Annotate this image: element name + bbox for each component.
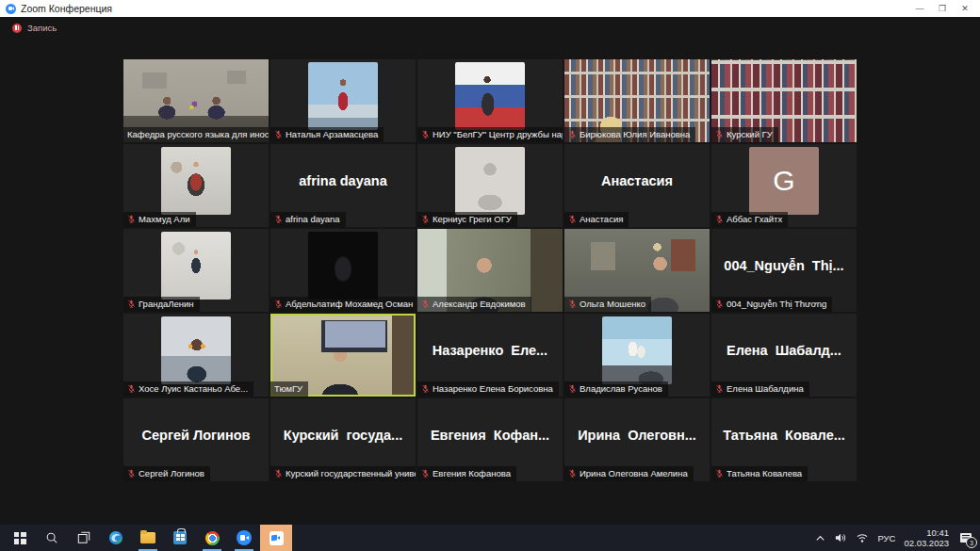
participant-name-text: Евгения Кофанова xyxy=(433,468,511,478)
task-view-icon xyxy=(77,531,90,544)
participant-name-label: НИУ "БелГУ" Центр дружбы нар... xyxy=(417,127,563,142)
participant-tile[interactable]: Керниус Греги ОГУ xyxy=(417,144,563,227)
participant-tile[interactable]: 004_Nguyễn Thị... 004_Nguyễn Thị Thương xyxy=(711,229,857,312)
participant-tile[interactable]: G Аббас Гхайтх xyxy=(711,144,857,227)
clock[interactable]: 10:41 02.03.2023 xyxy=(904,527,949,549)
participant-name-label: Владислав Русанов xyxy=(564,381,668,397)
participant-display-name: 004_Nguyễn Thị... xyxy=(711,229,857,302)
windows-taskbar: РУС 10:41 02.03.2023 3 xyxy=(0,525,980,551)
participant-name-text: НИУ "БелГУ" Центр дружбы нар... xyxy=(433,129,563,139)
participant-tile[interactable]: НИУ "БелГУ" Центр дружбы нар... xyxy=(417,59,563,142)
muted-mic-icon xyxy=(715,130,724,138)
muted-mic-icon xyxy=(568,130,577,138)
participant-name-text: Анастасия xyxy=(580,214,623,224)
muted-mic-icon xyxy=(127,469,136,478)
file-explorer-icon xyxy=(140,532,155,543)
participant-name-text: 004_Nguyễn Thị Thương xyxy=(727,299,826,309)
video-grid: Кафедра русского языка для иностр... Нат… xyxy=(123,59,857,481)
zoom-meeting-taskbar-button[interactable] xyxy=(260,525,292,551)
participant-name-label: Назаренко Елена Борисовна xyxy=(417,381,559,397)
participant-tile[interactable]: Кафедра русского языка для иностр... xyxy=(123,59,269,142)
participant-name-label: Курский государственный униве... xyxy=(270,466,416,481)
participant-tile[interactable]: Абдельлатиф Мохамед Осман xyxy=(270,229,416,312)
participant-tile[interactable]: Курский ГУ xyxy=(711,59,857,142)
tray-chevron-up-icon[interactable] xyxy=(815,533,825,543)
file-explorer-button[interactable] xyxy=(132,525,164,551)
participant-display-name: Евгения Кофан... xyxy=(417,398,563,472)
network-wifi-icon[interactable] xyxy=(856,532,869,543)
chrome-button[interactable] xyxy=(196,525,228,551)
edge-icon xyxy=(108,530,123,545)
participant-tile[interactable]: afrina dayana afrina dayana xyxy=(270,144,416,227)
search-button[interactable] xyxy=(36,525,68,551)
participant-tile[interactable]: Александр Евдокимов xyxy=(417,229,563,312)
participant-name-label: Наталья Арзамасцева xyxy=(270,127,384,142)
muted-mic-icon xyxy=(127,300,136,308)
participant-name-label: Евгения Кофанова xyxy=(417,466,516,481)
edge-button[interactable] xyxy=(100,525,132,551)
maximize-button[interactable]: ❐ xyxy=(931,0,954,17)
volume-icon[interactable] xyxy=(834,532,847,543)
participant-tile[interactable]: Хосе Луис Кастаньо Абе... xyxy=(123,314,269,397)
participant-name-text: Татьяна Ковалева xyxy=(727,468,802,478)
microsoft-store-button[interactable] xyxy=(164,525,196,551)
participant-display-name: Анастасия xyxy=(564,144,710,218)
participant-tile[interactable]: Сергей Логинов Сергей Логинов xyxy=(123,398,269,481)
start-button[interactable] xyxy=(4,525,36,551)
participant-tile[interactable]: Ирина Олеговн... Ирина Олеговна Амелина xyxy=(564,398,710,481)
search-icon xyxy=(45,531,58,544)
participant-tile[interactable]: Назаренко Еле... Назаренко Елена Борисов… xyxy=(417,314,563,397)
participant-tile[interactable]: Махмуд Али xyxy=(123,144,269,227)
muted-mic-icon xyxy=(274,215,283,223)
participant-name-label: Курский ГУ xyxy=(711,127,778,142)
participant-name-text: Хосе Луис Кастаньо Абе... xyxy=(139,383,248,394)
participant-name-label: Ольга Мошенко xyxy=(564,297,651,312)
participant-photo xyxy=(455,62,525,130)
participant-name-label: Абдельлатиф Мохамед Осман xyxy=(270,297,416,312)
participant-name-label: Бирюкова Юлия Ивановна xyxy=(564,127,695,142)
participant-name-text: Елена Шабалдина xyxy=(727,383,804,394)
muted-mic-icon xyxy=(421,384,430,393)
muted-mic-icon xyxy=(715,384,724,393)
participant-tile[interactable]: ГрандаЛенин xyxy=(123,229,269,312)
participant-name-text: Курский ГУ xyxy=(727,129,773,139)
participant-tile[interactable]: Владислав Русанов xyxy=(564,314,710,397)
participant-tile[interactable]: Анастасия Анастасия xyxy=(564,144,710,227)
participant-name-label: Ирина Олеговна Амелина xyxy=(564,466,694,481)
participant-tile[interactable]: Евгения Кофан... Евгения Кофанова xyxy=(417,398,563,481)
participant-name-text: ТюмГУ xyxy=(274,383,302,394)
notification-center-button[interactable]: 3 xyxy=(957,529,974,546)
participant-name-text: Бирюкова Юлия Ивановна xyxy=(580,129,690,139)
participant-display-name: Курский госуда... xyxy=(270,398,416,472)
participant-photo xyxy=(455,147,525,215)
participant-tile[interactable]: Татьяна Ковале... Татьяна Ковалева xyxy=(711,398,857,481)
participant-tile[interactable]: ТюмГУ xyxy=(270,314,416,397)
chrome-icon xyxy=(205,531,220,545)
zoom-meeting-icon xyxy=(270,531,284,545)
muted-mic-icon xyxy=(715,300,724,308)
participant-display-name: Ирина Олеговн... xyxy=(564,398,710,472)
participant-tile[interactable]: Наталья Арзамасцева xyxy=(270,59,416,142)
participant-tile[interactable]: Ольга Мошенко xyxy=(564,229,710,312)
participant-name-label: Махмуд Али xyxy=(123,212,196,227)
participant-photo xyxy=(308,232,378,300)
zoom-taskbar-button[interactable] xyxy=(228,525,260,551)
participant-photo xyxy=(602,316,672,384)
close-button[interactable]: ✕ xyxy=(954,0,976,17)
muted-mic-icon xyxy=(274,469,283,478)
muted-mic-icon xyxy=(274,130,283,138)
minimize-button[interactable]: — xyxy=(908,0,931,17)
participant-tile[interactable]: Елена Шабалд... Елена Шабалдина xyxy=(711,314,857,397)
zoom-app-icon xyxy=(6,4,16,14)
muted-mic-icon xyxy=(715,215,724,223)
participant-tile[interactable]: Курский госуда... Курский государственны… xyxy=(270,398,416,481)
participant-photo xyxy=(308,62,378,130)
language-indicator[interactable]: РУС xyxy=(877,533,895,543)
zoom-meeting-window: Zoom Конференция — ❐ ✕ Запись Кафедра ру… xyxy=(0,0,980,551)
participant-tile[interactable]: Бирюкова Юлия Ивановна xyxy=(564,59,710,142)
participant-photo xyxy=(161,232,231,300)
participant-name-label: ТюмГУ xyxy=(270,381,308,397)
participant-photo: G xyxy=(749,147,819,215)
task-view-button[interactable] xyxy=(68,525,100,551)
recording-indicator[interactable]: Запись xyxy=(12,23,57,33)
